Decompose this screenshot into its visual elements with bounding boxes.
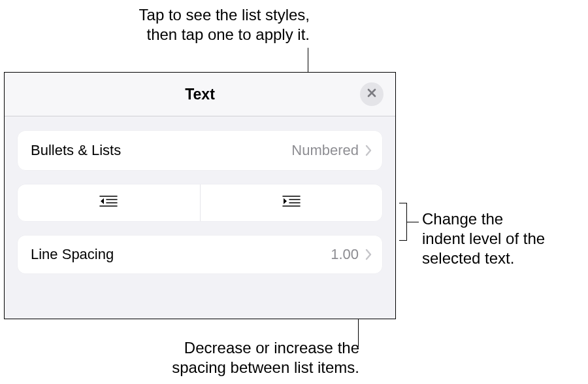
increase-indent-icon	[282, 194, 301, 211]
bullets-lists-row[interactable]: Bullets & Lists Numbered	[18, 131, 382, 170]
line-spacing-card: Line Spacing 1.00	[18, 236, 382, 273]
indent-card	[18, 184, 382, 221]
chevron-right-icon	[365, 145, 372, 156]
leader-right	[407, 222, 419, 222]
bracket-right	[399, 203, 407, 241]
increase-indent-button[interactable]	[201, 184, 383, 221]
panel-header: Text	[5, 73, 395, 116]
decrease-indent-button[interactable]	[18, 184, 201, 221]
indent-segmented	[18, 184, 382, 221]
line-spacing-label: Line Spacing	[31, 246, 331, 263]
bullets-lists-label: Bullets & Lists	[31, 142, 291, 159]
decrease-indent-icon	[99, 194, 118, 211]
callout-right: Change the indent level of the selected …	[422, 209, 585, 268]
text-format-panel: Text Bullets & Lists Numbered	[4, 72, 396, 319]
callout-bottom-text: Decrease or increase the spacing between…	[172, 339, 359, 376]
close-button[interactable]	[360, 82, 384, 106]
bullets-lists-value: Numbered	[291, 142, 359, 159]
line-spacing-value: 1.00	[331, 246, 359, 263]
callout-top: Tap to see the list styles, then tap one…	[22, 5, 310, 44]
bullets-lists-card: Bullets & Lists Numbered	[18, 131, 382, 170]
panel-title: Text	[185, 86, 215, 103]
panel-body: Bullets & Lists Numbered	[5, 116, 395, 273]
close-icon	[367, 88, 377, 101]
chevron-right-icon	[365, 249, 372, 260]
callout-bottom: Decrease or increase the spacing between…	[105, 338, 359, 377]
callout-right-text: Change the indent level of the selected …	[422, 210, 545, 267]
callout-top-text: Tap to see the list styles, then tap one…	[139, 6, 310, 43]
line-spacing-row[interactable]: Line Spacing 1.00	[18, 236, 382, 273]
